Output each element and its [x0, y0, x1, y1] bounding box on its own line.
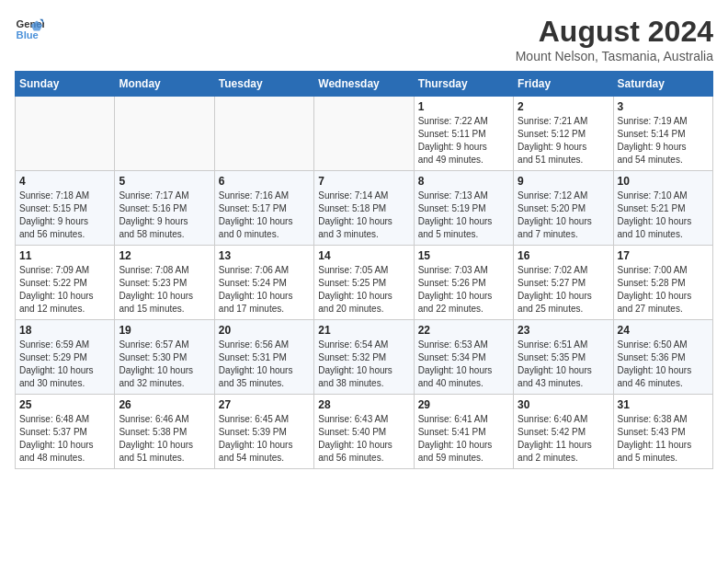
- logo: General Blue: [15, 15, 44, 44]
- calendar-cell: 3Sunrise: 7:19 AM Sunset: 5:14 PM Daylig…: [613, 97, 712, 171]
- day-number: 30: [518, 398, 609, 411]
- calendar-cell: [115, 97, 214, 171]
- day-number: 15: [418, 249, 509, 262]
- col-thursday: Thursday: [414, 72, 513, 97]
- day-info: Sunrise: 7:17 AM Sunset: 5:16 PM Dayligh…: [119, 190, 210, 241]
- day-info: Sunrise: 6:53 AM Sunset: 5:34 PM Dayligh…: [418, 339, 509, 390]
- calendar-cell: 14Sunrise: 7:05 AM Sunset: 5:25 PM Dayli…: [314, 246, 414, 320]
- day-number: 5: [119, 175, 210, 188]
- calendar-cell: 16Sunrise: 7:02 AM Sunset: 5:27 PM Dayli…: [514, 246, 613, 320]
- calendar-cell: 13Sunrise: 7:06 AM Sunset: 5:24 PM Dayli…: [214, 246, 313, 320]
- day-number: 27: [219, 398, 310, 411]
- day-info: Sunrise: 7:12 AM Sunset: 5:20 PM Dayligh…: [518, 190, 609, 241]
- calendar-cell: 9Sunrise: 7:12 AM Sunset: 5:20 PM Daylig…: [514, 171, 613, 246]
- day-number: 11: [19, 249, 110, 262]
- day-number: 29: [418, 398, 509, 411]
- col-tuesday: Tuesday: [214, 72, 313, 97]
- day-info: Sunrise: 6:40 AM Sunset: 5:42 PM Dayligh…: [518, 413, 609, 465]
- main-title: August 2024: [516, 15, 713, 49]
- calendar-cell: 12Sunrise: 7:08 AM Sunset: 5:23 PM Dayli…: [115, 246, 214, 320]
- day-number: 8: [418, 175, 509, 188]
- day-info: Sunrise: 7:03 AM Sunset: 5:26 PM Dayligh…: [418, 264, 509, 316]
- calendar-week-row: 1Sunrise: 7:22 AM Sunset: 5:11 PM Daylig…: [16, 97, 713, 171]
- calendar-cell: [214, 97, 313, 171]
- day-info: Sunrise: 7:10 AM Sunset: 5:21 PM Dayligh…: [618, 190, 709, 241]
- calendar-cell: 10Sunrise: 7:10 AM Sunset: 5:21 PM Dayli…: [613, 171, 712, 246]
- day-number: 22: [418, 324, 509, 337]
- day-info: Sunrise: 6:57 AM Sunset: 5:30 PM Dayligh…: [119, 339, 210, 390]
- calendar-cell: [16, 97, 115, 171]
- calendar-cell: [314, 97, 414, 171]
- calendar-cell: 30Sunrise: 6:40 AM Sunset: 5:42 PM Dayli…: [514, 395, 613, 469]
- calendar-cell: 27Sunrise: 6:45 AM Sunset: 5:39 PM Dayli…: [214, 395, 313, 469]
- calendar-cell: 5Sunrise: 7:17 AM Sunset: 5:16 PM Daylig…: [115, 171, 214, 246]
- day-info: Sunrise: 6:50 AM Sunset: 5:36 PM Dayligh…: [618, 339, 709, 390]
- day-info: Sunrise: 7:21 AM Sunset: 5:12 PM Dayligh…: [518, 115, 609, 167]
- calendar-cell: 26Sunrise: 6:46 AM Sunset: 5:38 PM Dayli…: [115, 395, 214, 469]
- calendar-cell: 18Sunrise: 6:59 AM Sunset: 5:29 PM Dayli…: [16, 320, 115, 395]
- calendar-cell: 22Sunrise: 6:53 AM Sunset: 5:34 PM Dayli…: [414, 320, 513, 395]
- col-monday: Monday: [115, 72, 214, 97]
- day-info: Sunrise: 7:06 AM Sunset: 5:24 PM Dayligh…: [219, 264, 310, 316]
- day-number: 10: [618, 175, 709, 188]
- calendar-cell: 25Sunrise: 6:48 AM Sunset: 5:37 PM Dayli…: [16, 395, 115, 469]
- day-number: 2: [518, 100, 609, 113]
- calendar-table: Sunday Monday Tuesday Wednesday Thursday…: [15, 71, 713, 469]
- day-info: Sunrise: 7:18 AM Sunset: 5:15 PM Dayligh…: [19, 190, 110, 241]
- calendar-week-row: 11Sunrise: 7:09 AM Sunset: 5:22 PM Dayli…: [16, 246, 713, 320]
- day-number: 7: [318, 175, 409, 188]
- day-number: 17: [618, 249, 709, 262]
- day-number: 26: [119, 398, 210, 411]
- calendar-cell: 24Sunrise: 6:50 AM Sunset: 5:36 PM Dayli…: [613, 320, 712, 395]
- day-info: Sunrise: 6:41 AM Sunset: 5:41 PM Dayligh…: [418, 413, 509, 465]
- calendar-header-row: Sunday Monday Tuesday Wednesday Thursday…: [16, 72, 713, 97]
- day-number: 31: [618, 398, 709, 411]
- calendar-cell: 15Sunrise: 7:03 AM Sunset: 5:26 PM Dayli…: [414, 246, 513, 320]
- day-info: Sunrise: 7:16 AM Sunset: 5:17 PM Dayligh…: [219, 190, 310, 241]
- calendar-cell: 2Sunrise: 7:21 AM Sunset: 5:12 PM Daylig…: [514, 97, 613, 171]
- day-number: 20: [219, 324, 310, 337]
- day-info: Sunrise: 6:45 AM Sunset: 5:39 PM Dayligh…: [219, 413, 310, 465]
- calendar-cell: 28Sunrise: 6:43 AM Sunset: 5:40 PM Dayli…: [314, 395, 414, 469]
- logo-icon: General Blue: [15, 15, 44, 44]
- day-info: Sunrise: 6:59 AM Sunset: 5:29 PM Dayligh…: [19, 339, 110, 390]
- calendar-week-row: 25Sunrise: 6:48 AM Sunset: 5:37 PM Dayli…: [16, 395, 713, 469]
- calendar-cell: 23Sunrise: 6:51 AM Sunset: 5:35 PM Dayli…: [514, 320, 613, 395]
- day-number: 24: [618, 324, 709, 337]
- day-number: 21: [318, 324, 409, 337]
- day-info: Sunrise: 7:22 AM Sunset: 5:11 PM Dayligh…: [418, 115, 509, 167]
- day-number: 25: [19, 398, 110, 411]
- day-number: 12: [119, 249, 210, 262]
- calendar-cell: 6Sunrise: 7:16 AM Sunset: 5:17 PM Daylig…: [214, 171, 313, 246]
- calendar-cell: 21Sunrise: 6:54 AM Sunset: 5:32 PM Dayli…: [314, 320, 414, 395]
- day-number: 13: [219, 249, 310, 262]
- calendar-week-row: 18Sunrise: 6:59 AM Sunset: 5:29 PM Dayli…: [16, 320, 713, 395]
- day-number: 3: [618, 100, 709, 113]
- day-info: Sunrise: 7:08 AM Sunset: 5:23 PM Dayligh…: [119, 264, 210, 316]
- day-info: Sunrise: 7:05 AM Sunset: 5:25 PM Dayligh…: [318, 264, 409, 316]
- day-info: Sunrise: 6:43 AM Sunset: 5:40 PM Dayligh…: [318, 413, 409, 465]
- col-friday: Friday: [514, 72, 613, 97]
- col-sunday: Sunday: [16, 72, 115, 97]
- day-info: Sunrise: 7:09 AM Sunset: 5:22 PM Dayligh…: [19, 264, 110, 316]
- day-info: Sunrise: 6:51 AM Sunset: 5:35 PM Dayligh…: [518, 339, 609, 390]
- page-header: General Blue August 2024 Mount Nelson, T…: [15, 15, 713, 63]
- day-number: 1: [418, 100, 509, 113]
- day-info: Sunrise: 6:38 AM Sunset: 5:43 PM Dayligh…: [618, 413, 709, 465]
- day-info: Sunrise: 7:14 AM Sunset: 5:18 PM Dayligh…: [318, 190, 409, 241]
- day-number: 4: [19, 175, 110, 188]
- col-saturday: Saturday: [613, 72, 712, 97]
- title-section: August 2024 Mount Nelson, Tasmania, Aust…: [516, 15, 713, 63]
- calendar-cell: 31Sunrise: 6:38 AM Sunset: 5:43 PM Dayli…: [613, 395, 712, 469]
- day-info: Sunrise: 7:00 AM Sunset: 5:28 PM Dayligh…: [618, 264, 709, 316]
- day-number: 23: [518, 324, 609, 337]
- day-info: Sunrise: 6:46 AM Sunset: 5:38 PM Dayligh…: [119, 413, 210, 465]
- day-info: Sunrise: 7:02 AM Sunset: 5:27 PM Dayligh…: [518, 264, 609, 316]
- day-info: Sunrise: 6:54 AM Sunset: 5:32 PM Dayligh…: [318, 339, 409, 390]
- day-number: 18: [19, 324, 110, 337]
- col-wednesday: Wednesday: [314, 72, 414, 97]
- day-info: Sunrise: 7:19 AM Sunset: 5:14 PM Dayligh…: [618, 115, 709, 167]
- day-info: Sunrise: 6:48 AM Sunset: 5:37 PM Dayligh…: [19, 413, 110, 465]
- day-number: 16: [518, 249, 609, 262]
- day-info: Sunrise: 7:13 AM Sunset: 5:19 PM Dayligh…: [418, 190, 509, 241]
